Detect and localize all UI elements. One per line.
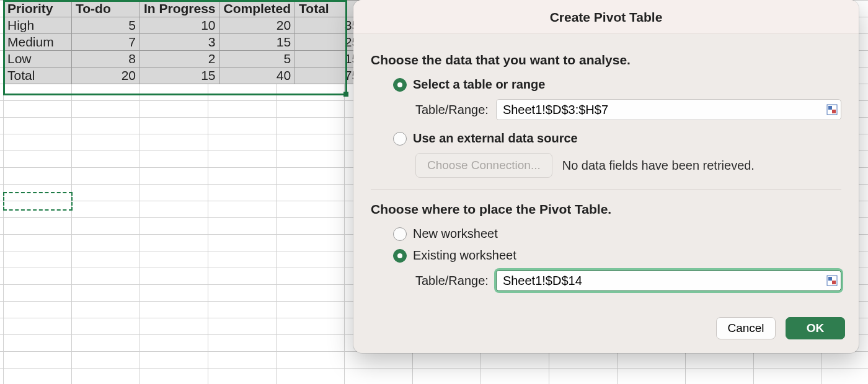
cell[interactable]: 8	[72, 51, 140, 68]
cell[interactable]: 20	[219, 17, 295, 34]
cell[interactable]: 3	[140, 34, 220, 51]
row-label[interactable]: High	[4, 17, 72, 34]
svg-rect-2	[832, 110, 836, 113]
section-heading-placement: Choose where to place the Pivot Table.	[371, 202, 841, 217]
cell[interactable]: 2	[140, 51, 220, 68]
table-header-row: Priority To-do In Progress Completed Tot…	[4, 1, 363, 17]
cell[interactable]: 40	[219, 68, 295, 84]
col-header[interactable]: Priority	[4, 1, 72, 17]
ok-button[interactable]: OK	[786, 317, 845, 339]
cell[interactable]: 7	[72, 34, 140, 51]
radio-label: Use an external data source	[413, 131, 578, 146]
row-label[interactable]: Low	[4, 51, 72, 68]
svg-rect-5	[832, 281, 836, 284]
create-pivot-table-dialog: Create Pivot Table Choose the data that …	[353, 0, 859, 353]
radio-option-existing-worksheet[interactable]: Existing worksheet	[393, 248, 841, 263]
radio-icon[interactable]	[393, 132, 407, 146]
destination-range-input[interactable]	[496, 270, 841, 291]
range-label: Table/Range:	[415, 274, 489, 288]
svg-rect-1	[828, 106, 832, 110]
data-table[interactable]: Priority To-do In Progress Completed Tot…	[3, 0, 363, 84]
radio-option-select-range[interactable]: Select a table or range	[393, 77, 841, 92]
cell[interactable]: 5	[219, 51, 295, 68]
dialog-title: Create Pivot Table	[353, 0, 859, 34]
no-fields-message: No data fields have been retrieved.	[562, 159, 755, 173]
radio-icon[interactable]	[393, 78, 407, 92]
range-label: Table/Range:	[415, 103, 489, 117]
row-label[interactable]: Medium	[4, 34, 72, 51]
radio-label: Existing worksheet	[413, 248, 516, 263]
table-row: Medium 7 3 15 25	[4, 34, 363, 51]
divider	[371, 189, 841, 190]
cell[interactable]: 10	[140, 17, 220, 34]
radio-option-new-worksheet[interactable]: New worksheet	[393, 227, 841, 241]
collapse-range-icon[interactable]	[826, 275, 838, 286]
cell[interactable]: 20	[72, 68, 140, 84]
svg-rect-4	[828, 277, 832, 281]
col-header[interactable]: In Progress	[140, 1, 220, 17]
table-row: Low 8 2 5 15	[4, 51, 363, 68]
radio-label: Select a table or range	[413, 77, 545, 92]
col-header[interactable]: Completed	[219, 1, 295, 17]
cancel-button[interactable]: Cancel	[716, 317, 776, 339]
col-header[interactable]: To-do	[72, 1, 140, 17]
radio-label: New worksheet	[413, 227, 498, 241]
radio-option-external-source[interactable]: Use an external data source	[393, 131, 841, 146]
collapse-range-icon[interactable]	[826, 104, 838, 115]
table-row: Total 20 15 40 75	[4, 68, 363, 84]
radio-icon[interactable]	[393, 227, 407, 241]
cell[interactable]: 5	[72, 17, 140, 34]
source-range-input[interactable]	[496, 99, 841, 120]
radio-icon[interactable]	[393, 249, 407, 263]
section-heading-source: Choose the data that you want to analyse…	[371, 53, 841, 68]
choose-connection-button: Choose Connection...	[415, 153, 552, 178]
cell[interactable]: 15	[140, 68, 220, 84]
table-row: High 5 10 20 35	[4, 17, 363, 34]
cell[interactable]: 15	[219, 34, 295, 51]
row-label[interactable]: Total	[4, 68, 72, 84]
